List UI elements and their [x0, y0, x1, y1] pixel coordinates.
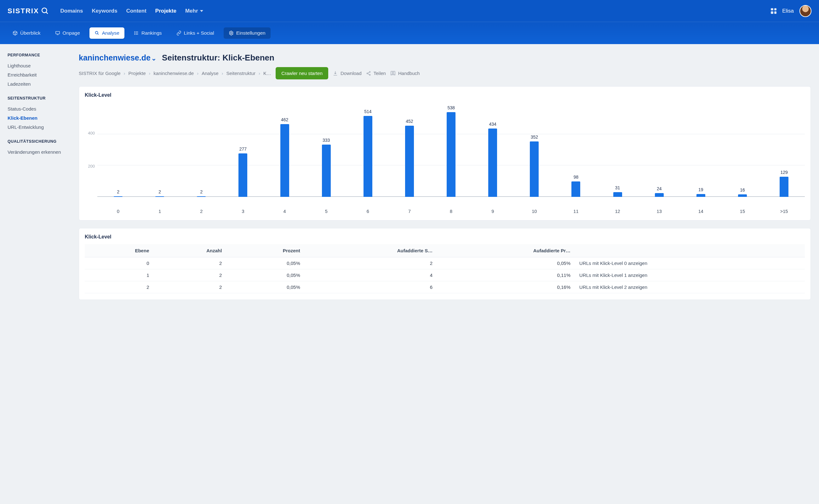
- bar-slot: 129: [763, 170, 805, 197]
- share-link[interactable]: Teilen: [366, 71, 386, 76]
- table-cell-link[interactable]: URLs mit Klick-Level 2 anzeigen: [575, 281, 805, 293]
- table-cell-link[interactable]: URLs mit Klick-Level 1 anzeigen: [575, 269, 805, 281]
- bar-slot: 98: [555, 175, 597, 197]
- bar-slot: 2: [139, 189, 180, 197]
- bar-slot: 2: [180, 189, 222, 197]
- handbook-link[interactable]: Handbuch: [390, 71, 420, 76]
- nav-mehr[interactable]: Mehr: [185, 8, 203, 14]
- download-link[interactable]: Download: [333, 71, 362, 76]
- col-ebene[interactable]: Ebene: [85, 244, 153, 257]
- bar[interactable]: [405, 126, 414, 197]
- table-row: 020,05%20,05%URLs mit Klick-Level 0 anze…: [85, 257, 805, 269]
- bar[interactable]: [696, 194, 705, 197]
- tab-einstellungen[interactable]: Einstellungen: [224, 27, 271, 39]
- breadcrumbs: SISTRIX für Google›Projekte›kaninchenwie…: [79, 71, 271, 76]
- bar[interactable]: [780, 177, 788, 197]
- bar[interactable]: [571, 181, 580, 197]
- sidebar-link-ladezeiten[interactable]: Ladezeiten: [8, 79, 64, 89]
- breadcrumb-item[interactable]: Analyse: [202, 71, 218, 76]
- tab-analyse[interactable]: Analyse: [89, 27, 124, 39]
- breadcrumb-item[interactable]: Seitenstruktur: [226, 71, 256, 76]
- bar-value-label: 333: [323, 138, 330, 143]
- breadcrumb-sep: ›: [259, 71, 260, 76]
- nav-domains[interactable]: Domains: [60, 8, 83, 14]
- chart-bars: 2222774623335144525384343529831241916129: [97, 103, 805, 197]
- sidebar-link-klickebenen[interactable]: Klick-Ebenen: [8, 113, 64, 123]
- bar[interactable]: [738, 194, 747, 197]
- col-prozent[interactable]: Prozent: [226, 244, 304, 257]
- table-header-row: Ebene Anzahl Prozent Aufaddierte S… Aufa…: [85, 244, 805, 257]
- table-cell: 0,05%: [437, 257, 575, 269]
- table-cell-link[interactable]: URLs mit Klick-Level 0 anzeigen: [575, 257, 805, 269]
- download-label: Download: [341, 71, 362, 76]
- bar-value-label: 16: [740, 187, 745, 192]
- logo[interactable]: SISTRIX: [8, 7, 49, 15]
- bar[interactable]: [114, 196, 123, 197]
- bar-value-label: 352: [531, 135, 538, 140]
- x-tick: 2: [180, 209, 222, 214]
- table-panel: Klick-Level Ebene Anzahl Prozent Aufaddi…: [79, 228, 811, 300]
- x-tick: 14: [680, 209, 722, 214]
- y-tick: 200: [85, 164, 95, 169]
- logo-text: SISTRIX: [8, 7, 39, 15]
- breadcrumb-sep: ›: [124, 71, 125, 76]
- table-cell: 0,11%: [437, 269, 575, 281]
- bar[interactable]: [364, 116, 372, 197]
- x-tick: 13: [639, 209, 680, 214]
- list-icon: [134, 31, 139, 36]
- table-cell: 4: [305, 269, 437, 281]
- table-cell: 0,05%: [226, 257, 304, 269]
- y-axis: 400 200: [85, 102, 97, 197]
- table-cell: 0,16%: [437, 281, 575, 293]
- breadcrumb-item[interactable]: SISTRIX für Google: [79, 71, 121, 76]
- col-anzahl[interactable]: Anzahl: [153, 244, 226, 257]
- avatar[interactable]: [799, 5, 811, 17]
- bar[interactable]: [447, 112, 455, 197]
- bar[interactable]: [488, 129, 497, 197]
- sidebar-link-veraenderungen[interactable]: Veränderungen erkennen: [8, 147, 64, 157]
- download-icon: [333, 71, 338, 76]
- sidebar-link-urlentwicklung[interactable]: URL-Entwicklung: [8, 123, 64, 132]
- bar[interactable]: [613, 192, 622, 197]
- nav-content[interactable]: Content: [126, 8, 146, 14]
- crawler-restart-button[interactable]: Crawler neu starten: [276, 67, 328, 79]
- tab-onpage[interactable]: Onpage: [50, 27, 85, 39]
- table-title: Klick-Level: [85, 234, 805, 240]
- x-tick: 8: [430, 209, 472, 214]
- search-icon: [41, 7, 49, 15]
- bar[interactable]: [322, 145, 331, 197]
- x-tick: 12: [597, 209, 639, 214]
- tab-links[interactable]: Links + Social: [171, 27, 219, 39]
- bar-slot: 352: [513, 135, 555, 197]
- nav-keywords[interactable]: Keywords: [92, 8, 117, 14]
- bar[interactable]: [197, 196, 206, 197]
- username[interactable]: Elisa: [782, 8, 794, 14]
- col-aufsum[interactable]: Aufaddierte S…: [305, 244, 437, 257]
- apps-icon[interactable]: [771, 8, 776, 14]
- breadcrumb-item[interactable]: Projekte: [129, 71, 146, 76]
- tab-rankings[interactable]: Rankings: [129, 27, 167, 39]
- breadcrumb-item[interactable]: kaninchenwiese.de: [154, 71, 194, 76]
- tab-uberblick[interactable]: Überblick: [8, 27, 46, 39]
- nav-mehr-label: Mehr: [185, 8, 198, 14]
- col-aufpct[interactable]: Aufaddierte Pr…: [437, 244, 575, 257]
- bar-slot: 452: [389, 119, 430, 197]
- bar[interactable]: [238, 153, 247, 197]
- x-tick: 11: [555, 209, 597, 214]
- sidebar-link-lighthouse[interactable]: Lighthouse: [8, 61, 64, 70]
- bar[interactable]: [280, 124, 289, 197]
- chevron-down-icon[interactable]: ⌄: [151, 55, 157, 62]
- domain-selector[interactable]: kaninchenwiese.de: [79, 53, 151, 62]
- breadcrumb-item[interactable]: K…: [263, 71, 271, 76]
- bar[interactable]: [155, 196, 164, 197]
- x-tick: 0: [97, 209, 139, 214]
- bar[interactable]: [655, 193, 664, 197]
- table-cell: 2: [153, 281, 226, 293]
- bar[interactable]: [530, 141, 539, 197]
- tab-label: Analyse: [102, 30, 119, 36]
- nav-projekte[interactable]: Projekte: [155, 8, 176, 14]
- sidebar-link-erreichbarkeit[interactable]: Erreichbarkeit: [8, 70, 64, 79]
- x-tick: 6: [347, 209, 389, 214]
- sidebar-link-statuscodes[interactable]: Status-Codes: [8, 104, 64, 113]
- content: kaninchenwiese.de⌄ Seitenstruktur: Klick…: [71, 44, 819, 320]
